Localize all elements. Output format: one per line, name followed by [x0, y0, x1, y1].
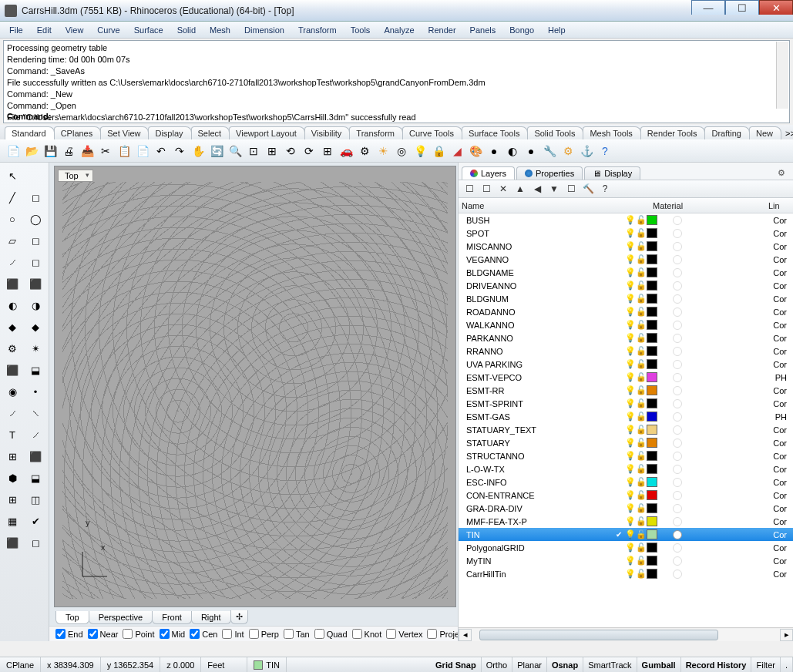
- tool-button[interactable]: ⟋: [25, 425, 46, 445]
- toolbar-tab-curve-tools[interactable]: Curve Tools: [402, 126, 462, 139]
- layer-row[interactable]: ROADANNO💡🔓Cor: [459, 305, 793, 318]
- layer-color-swatch[interactable]: [647, 412, 657, 422]
- toolbar-tab-transform[interactable]: Transform: [349, 126, 403, 139]
- viewport-title[interactable]: Top: [58, 170, 93, 182]
- undo-icon[interactable]: ↶: [153, 143, 170, 160]
- lock-icon[interactable]: 🔓: [636, 215, 647, 225]
- bulb-icon[interactable]: 💡: [412, 143, 428, 160]
- layer-color-swatch[interactable]: [647, 464, 657, 474]
- lock-icon[interactable]: 🔓: [636, 241, 647, 251]
- tool-button[interactable]: ◆: [25, 317, 46, 337]
- menu-mesh[interactable]: Mesh: [203, 23, 237, 37]
- tool-button[interactable]: ◻: [25, 252, 46, 272]
- osnap-end[interactable]: End: [55, 629, 83, 639]
- copy-icon[interactable]: 📋: [116, 143, 133, 160]
- bulb-icon[interactable]: 💡: [625, 412, 636, 422]
- hammer-icon[interactable]: 🔨: [580, 181, 596, 197]
- viewport-tab-add[interactable]: ✢: [230, 610, 248, 624]
- osnap-point[interactable]: Point: [123, 629, 154, 639]
- bulb-icon[interactable]: 💡: [625, 254, 636, 264]
- tool-button[interactable]: ╱: [2, 187, 23, 207]
- tool-button[interactable]: ◑: [25, 295, 46, 315]
- menu-file[interactable]: File: [3, 23, 29, 37]
- zoom-window-icon[interactable]: ⊞: [264, 143, 281, 160]
- status-record-history[interactable]: Record History: [681, 657, 752, 672]
- col-linetype[interactable]: Lin: [768, 201, 793, 210]
- layer-color-swatch[interactable]: [647, 307, 657, 317]
- layer-row[interactable]: L-O-W-TX💡🔓Cor: [459, 462, 793, 475]
- toolbar-tab-new[interactable]: New: [749, 126, 781, 139]
- lock-icon[interactable]: 🔓: [636, 281, 647, 291]
- layer-hscroll[interactable]: ◂ ▸: [459, 627, 793, 641]
- layer-color-swatch[interactable]: [647, 267, 657, 277]
- help-icon[interactable]: ?: [596, 143, 613, 160]
- layer-row[interactable]: MISCANNO💡🔓Cor: [459, 240, 793, 253]
- toolbar-tab-solid-tools[interactable]: Solid Tools: [527, 126, 583, 139]
- bulb-icon[interactable]: 💡: [625, 543, 636, 553]
- status-ortho[interactable]: Ortho: [482, 657, 513, 672]
- bulb-icon[interactable]: 💡: [625, 359, 636, 369]
- filter-icon[interactable]: ▼: [546, 181, 562, 197]
- material-swatch[interactable]: [673, 242, 682, 251]
- tool-button[interactable]: ◻: [25, 187, 46, 207]
- tool-button[interactable]: ◐: [2, 295, 23, 315]
- tool-button[interactable]: ⬓: [25, 360, 46, 380]
- tool-button[interactable]: ↖: [2, 166, 23, 186]
- material-swatch[interactable]: [673, 360, 682, 369]
- layer-color-swatch[interactable]: [647, 398, 657, 408]
- material-swatch[interactable]: [673, 347, 682, 356]
- command-area[interactable]: Processing geometry tableRendering time:…: [3, 40, 790, 123]
- layer-color-swatch[interactable]: [647, 425, 657, 435]
- move-down-icon[interactable]: ◀: [529, 181, 545, 197]
- hide-icon[interactable]: ◢: [449, 143, 465, 160]
- layer-color-swatch[interactable]: [647, 241, 657, 251]
- layer-color-swatch[interactable]: [647, 228, 657, 238]
- redo-view-icon[interactable]: ⟳: [301, 143, 318, 160]
- layer-color-swatch[interactable]: [647, 477, 657, 487]
- material-swatch[interactable]: [673, 268, 682, 277]
- layer-color-swatch[interactable]: [647, 503, 657, 513]
- material-swatch[interactable]: [673, 334, 682, 343]
- layer-row[interactable]: ESC-INFO💡🔓Cor: [459, 475, 793, 489]
- layer-list[interactable]: BUSH💡🔓CorSPOT💡🔓CorMISCANNO💡🔓CorVEGANNO💡🔓…: [459, 213, 793, 627]
- status-cplane[interactable]: CPlane: [0, 657, 41, 672]
- osnap-int[interactable]: Int: [222, 629, 244, 639]
- menu-curve[interactable]: Curve: [91, 23, 126, 37]
- tool-button[interactable]: ⬛: [2, 533, 23, 553]
- toolbar-tab-drafting[interactable]: Drafting: [704, 126, 750, 139]
- material-swatch[interactable]: [673, 399, 682, 408]
- bulb-icon[interactable]: 💡: [625, 556, 636, 566]
- maximize-button[interactable]: ☐: [725, 0, 759, 15]
- toolbar-more-icon[interactable]: >>: [781, 127, 793, 139]
- target-icon[interactable]: ◎: [393, 143, 410, 160]
- viewport-tab-top[interactable]: Top: [55, 611, 89, 624]
- tool-button[interactable]: [25, 166, 46, 186]
- lock-icon[interactable]: 🔓: [636, 529, 647, 539]
- bulb-icon[interactable]: 💡: [625, 385, 636, 395]
- bulb-icon[interactable]: 💡: [625, 281, 636, 291]
- osnap-tan[interactable]: Tan: [284, 629, 310, 639]
- lock-icon[interactable]: 🔓: [636, 543, 647, 553]
- layer-row[interactable]: UVA PARKING💡🔓Cor: [459, 358, 793, 371]
- tool-button[interactable]: ⬢: [2, 468, 23, 488]
- save-icon[interactable]: 💾: [42, 143, 59, 160]
- lock-icon[interactable]: 🔓: [636, 333, 647, 343]
- material-swatch[interactable]: [673, 255, 682, 264]
- material-swatch[interactable]: [673, 425, 682, 435]
- lock-icon[interactable]: 🔓: [636, 477, 647, 487]
- layer-row[interactable]: BLDGNUM💡🔓Cor: [459, 292, 793, 305]
- undo-view-icon[interactable]: ⟲: [282, 143, 299, 160]
- bulb-icon[interactable]: 💡: [625, 320, 636, 330]
- lock-icon[interactable]: 🔓: [636, 464, 647, 474]
- col-material[interactable]: Material: [650, 201, 768, 210]
- tool-button[interactable]: ◉: [2, 381, 23, 402]
- layer-row[interactable]: PolygonalGRID💡🔓Cor: [459, 541, 793, 554]
- layer-color-swatch[interactable]: [647, 385, 657, 395]
- tool-button[interactable]: ⊞: [2, 446, 23, 466]
- shade1-icon[interactable]: ●: [486, 143, 502, 160]
- four-view-icon[interactable]: ⊞: [319, 143, 336, 160]
- material-swatch[interactable]: [673, 530, 682, 539]
- lock-icon[interactable]: 🔓: [636, 307, 647, 317]
- tool-button[interactable]: ⟋: [2, 252, 23, 272]
- lock-icon[interactable]: 🔓: [636, 294, 647, 304]
